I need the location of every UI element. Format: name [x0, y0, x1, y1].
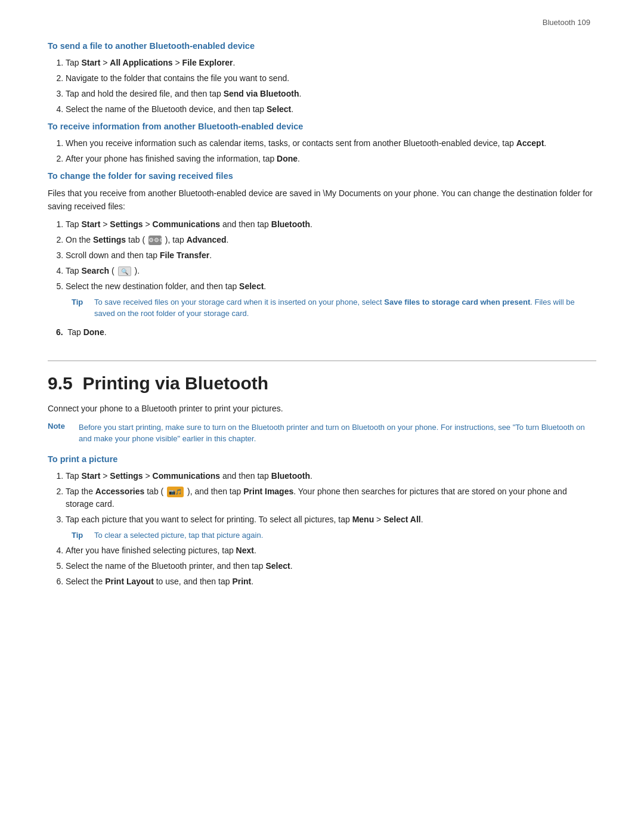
page-header: Bluetooth 109: [48, 18, 596, 27]
list-item: On the Settings tab ( ⚙⚙⚙ ), tap Advance…: [66, 234, 596, 246]
chapter-number: 9.5: [48, 373, 73, 393]
list-item: Tap Search ( 🔍 ).: [66, 265, 596, 277]
tip-text: To save received files on your storage c…: [94, 296, 596, 320]
tip-label: Tip: [72, 529, 91, 541]
send-file-heading: To send a file to another Bluetooth-enab…: [48, 41, 596, 51]
accessories-icon: 📷🎵: [167, 487, 184, 497]
list-item: Navigate to the folder that contains the…: [66, 72, 596, 85]
list-item: Select the new destination folder, and t…: [66, 280, 596, 320]
print-picture-steps: Tap Start > Settings > Communications an…: [66, 470, 596, 589]
receive-info-steps: When you receive information such as cal…: [66, 137, 596, 165]
settings-icon: ⚙⚙⚙: [148, 236, 162, 245]
tip-label: Tip: [72, 296, 91, 320]
send-file-section: To send a file to another Bluetooth-enab…: [48, 41, 596, 116]
receive-info-heading: To receive information from another Blue…: [48, 122, 596, 131]
tip-block: Tip To save received files on your stora…: [66, 296, 596, 320]
chapter-name: Printing via Bluetooth: [82, 373, 268, 393]
list-item: Scroll down and then tap File Transfer.: [66, 249, 596, 262]
printing-section: 9.5 Printing via Bluetooth Connect your …: [48, 360, 596, 588]
list-item: Tap Start > Settings > Communications an…: [66, 218, 596, 231]
list-item: Select the name of the Bluetooth device,…: [66, 103, 596, 116]
send-file-steps: Tap Start > All Applications > File Expl…: [66, 57, 596, 116]
chapter-title: 9.5 Printing via Bluetooth: [48, 373, 596, 394]
list-item: Tap the Accessories tab ( 📷🎵 ), and then…: [66, 485, 596, 510]
list-item: Tap each picture that you want to select…: [66, 513, 596, 541]
note-block: Note Before you start printing, make sur…: [48, 422, 596, 445]
change-folder-intro: Files that you receive from another Blue…: [48, 187, 596, 213]
printing-intro: Connect your phone to a Bluetooth printe…: [48, 402, 596, 415]
list-item: After you have finished selecting pictur…: [66, 544, 596, 557]
note-label: Note: [48, 422, 75, 445]
list-item: After your phone has finished saving the…: [66, 153, 596, 165]
print-picture-heading: To print a picture: [48, 454, 596, 464]
change-folder-steps: Tap Start > Settings > Communications an…: [66, 218, 596, 320]
tip-block: Tip To clear a selected picture, tap tha…: [66, 529, 596, 541]
note-text: Before you start printing, make sure to …: [79, 422, 596, 445]
list-item: Select the name of the Bluetooth printer…: [66, 560, 596, 572]
change-folder-heading: To change the folder for saving received…: [48, 171, 596, 181]
search-icon: 🔍: [118, 267, 131, 276]
list-item: Tap Start > All Applications > File Expl…: [66, 57, 596, 69]
list-item: Tap Start > Settings > Communications an…: [66, 470, 596, 482]
tip-text: To clear a selected picture, tap that pi…: [94, 529, 263, 541]
list-item: Tap and hold the desired file, and then …: [66, 88, 596, 100]
list-item: When you receive information such as cal…: [66, 137, 596, 150]
step6-text: 6. Tap Done.: [56, 326, 596, 339]
receive-info-section: To receive information from another Blue…: [48, 122, 596, 165]
print-picture-section: To print a picture Tap Start > Settings …: [48, 454, 596, 589]
list-item: Select the Print Layout to use, and then…: [66, 575, 596, 588]
change-folder-section: To change the folder for saving received…: [48, 171, 596, 339]
